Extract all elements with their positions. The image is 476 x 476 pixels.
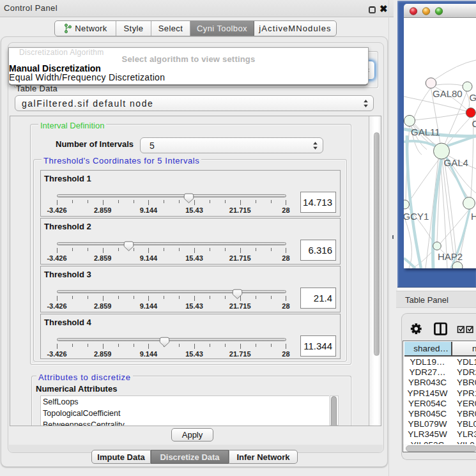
- svg-text:H: H: [471, 211, 476, 222]
- svg-text:GAL80: GAL80: [433, 88, 463, 99]
- svg-text:GCY1: GCY1: [404, 211, 429, 222]
- svg-text:GAL11: GAL11: [411, 127, 440, 137]
- svg-text:C: C: [472, 118, 476, 129]
- svg-text:HAP2: HAP2: [438, 251, 463, 262]
- svg-text:GAL4: GAL4: [444, 157, 468, 168]
- svg-text:GA: GA: [470, 92, 476, 103]
